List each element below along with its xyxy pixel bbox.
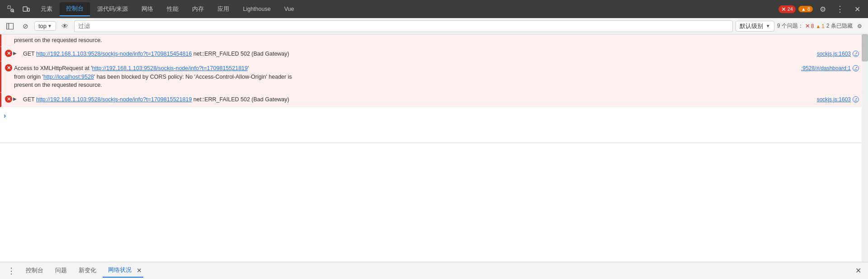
warning-badge[interactable]: ▲ 8 — [798, 6, 813, 12]
source-link2[interactable]: :9528/#/dashboard:1 ↗ — [801, 64, 859, 72]
scrollbar-thumb[interactable] — [862, 34, 868, 61]
clear-console-icon[interactable]: ⊘ — [19, 20, 32, 33]
error-badge[interactable]: ✕ 24 — [778, 5, 796, 13]
log-prefix: GET — [23, 51, 36, 57]
log-entry: ✕ ▶ GET http://192.168.1.103:9528/sockjs… — [0, 47, 868, 61]
log-text: present on the requested resource. — [14, 37, 102, 43]
bottom-tab-changes[interactable]: 新变化 — [73, 264, 102, 277]
error-icon: ✕ — [5, 95, 12, 103]
tab-memory[interactable]: 内存 — [186, 3, 210, 16]
source-nav-icon2: ↗ — [853, 65, 859, 71]
svg-rect-4 — [28, 8, 29, 11]
sidebar-toggle-icon[interactable] — [4, 20, 16, 33]
console-output: present on the requested resource. ✕ ▶ G… — [0, 34, 868, 262]
tab-application[interactable]: 应用 — [211, 3, 236, 16]
tab-elements[interactable]: 元素 — [34, 3, 59, 16]
cors-origin-link[interactable]: http://localhost:9528 — [43, 74, 94, 80]
log-access-prefix: Access to XMLHttpRequest at ' — [14, 65, 92, 71]
tab-network[interactable]: 网络 — [135, 3, 160, 16]
bottom-tab-issues[interactable]: 问题 — [50, 264, 72, 277]
level-selector[interactable]: 默认级别 ▼ — [736, 21, 774, 32]
log-from: from origin ' — [14, 74, 43, 80]
hidden-count: 2 条已隐藏 — [826, 22, 853, 30]
settings-icon[interactable]: ⚙ — [816, 2, 830, 16]
svg-rect-3 — [23, 7, 27, 11]
source-nav-icon: ↗ — [853, 51, 859, 57]
log-entry: present on the requested resource. — [0, 34, 868, 47]
source-link3[interactable]: sockjs.js:1603 ↗ — [817, 95, 859, 104]
context-label: top — [38, 23, 47, 29]
tab-performance[interactable]: 性能 — [160, 3, 185, 16]
tab-vue[interactable]: Vue — [278, 3, 301, 15]
top-right-icons: ✕ 24 ▲ 8 ⚙ ⋮ ✕ — [778, 2, 864, 16]
error-count-badge: ✕ 8 — [805, 23, 814, 29]
svg-rect-0 — [8, 6, 10, 9]
bottom-more-icon[interactable]: ⋮ — [4, 264, 19, 278]
bottom-tab-console[interactable]: 控制台 — [20, 264, 49, 277]
log-prefix2: GET — [23, 96, 36, 103]
close-devtools-button[interactable]: ✕ — [850, 2, 864, 16]
level-dropdown-icon: ▼ — [766, 24, 770, 28]
source-nav-icon3: ↗ — [853, 96, 859, 103]
error-icon: ✕ — [5, 50, 12, 57]
issue-summary: 9 个问题： ✕ 8 ▲ 1 2 条已隐藏 ⚙ — [777, 21, 864, 31]
close-drawer-button[interactable]: ✕ — [852, 265, 864, 277]
error-icon: ✕ — [5, 64, 12, 71]
log-middle: ' — [248, 65, 249, 71]
tab-sources[interactable]: 源代码/来源 — [91, 3, 134, 16]
more-options-icon[interactable]: ⋮ — [833, 2, 847, 16]
log-suffix: net::ERR_FAILED 502 (Bad Gateway) — [193, 51, 289, 57]
issue-settings-icon[interactable]: ⚙ — [854, 21, 864, 31]
log-cors-suffix: ' has been blocked by CORS policy: No 'A… — [94, 74, 292, 80]
tab-lighthouse[interactable]: Lighthouse — [236, 3, 277, 15]
close-network-tab-button[interactable]: ✕ — [135, 267, 143, 274]
warn-count-badge: ▲ 1 — [816, 23, 825, 29]
error-url-link2[interactable]: http://192.168.1.103:9528/sockjs-node/in… — [36, 96, 192, 103]
log-cors-end: present on the requested resource. — [14, 82, 102, 88]
log-entry: ✕ Access to XMLHttpRequest at 'http://19… — [0, 61, 868, 93]
tab-console[interactable]: 控制台 — [60, 2, 90, 16]
log-suffix2: net::ERR_FAILED 502 (Bad Gateway) — [193, 96, 289, 103]
eye-icon[interactable]: 👁 — [59, 20, 71, 33]
inspect-icon[interactable] — [4, 2, 18, 16]
svg-rect-6 — [7, 23, 9, 29]
device-toggle-icon[interactable] — [19, 2, 33, 16]
cors-url1-link[interactable]: http://192.168.1.103:9528/sockjs-node/in… — [92, 65, 248, 71]
error-url-link[interactable]: http://192.168.1.103:9528/sockjs-node/in… — [36, 51, 192, 57]
scrollbar-track[interactable] — [862, 34, 868, 262]
expand-icon2[interactable]: ▶ — [13, 95, 17, 102]
bottom-tab-network-conditions[interactable]: 网络状况 ✕ — [103, 264, 143, 278]
filter-input[interactable] — [74, 20, 733, 32]
prompt-arrow-icon[interactable]: › — [4, 112, 6, 120]
console-prompt: › — [0, 107, 868, 143]
top-tab-bar: 元素 控制台 源代码/来源 网络 性能 内存 应用 Lighthouse Vue… — [0, 0, 868, 18]
log-entry: ✕ ▶ GET http://192.168.1.103:9528/sockjs… — [0, 93, 868, 107]
expand-icon[interactable]: ▶ — [13, 50, 17, 57]
bottom-tab-bar: ⋮ 控制台 问题 新变化 网络状况 ✕ ✕ — [0, 262, 868, 279]
source-link[interactable]: sockjs.js:1603 ↗ — [817, 50, 859, 58]
context-selector[interactable]: top ▼ — [34, 21, 56, 31]
level-label: 默认级别 — [740, 22, 763, 30]
console-toolbar: ⊘ top ▼ 👁 默认级别 ▼ 9 个问题： ✕ 8 ▲ 1 2 条已隐藏 ⚙ — [0, 18, 868, 34]
context-dropdown-icon: ▼ — [47, 24, 52, 28]
